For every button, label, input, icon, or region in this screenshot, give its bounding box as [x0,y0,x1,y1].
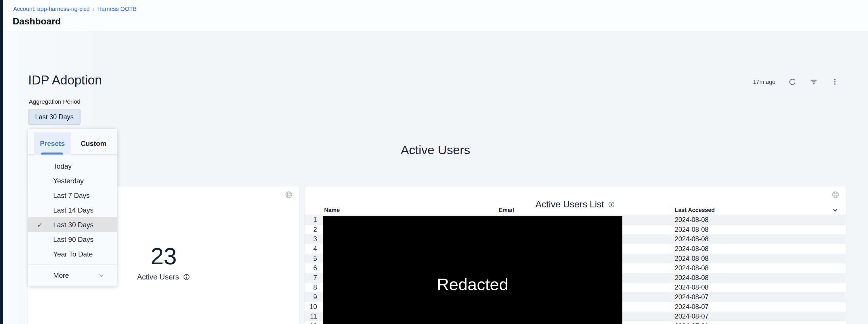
globe-icon [285,191,293,199]
redacted-label: Redacted [437,275,508,294]
preset-list: Today Yesterday Last 7 Days Last 14 Days… [28,154,117,261]
dashboard-title: IDP Adoption [28,73,102,87]
name-column-header[interactable]: Name [320,205,495,215]
kebab-menu-icon[interactable] [831,78,839,86]
row-number-header [305,205,320,215]
more-label: More [53,272,69,280]
period-dropdown: Presets Custom Today Yesterday Last 7 Da… [28,129,117,286]
last-accessed-header-label: Last Accessed [675,207,715,213]
dropdown-tabs: Presets Custom [28,129,117,154]
refresh-icon[interactable] [788,78,797,86]
header-end-divider [844,207,844,214]
preset-item-last-14-days[interactable]: Last 14 Days [28,203,117,217]
chevron-down-icon[interactable] [832,207,838,213]
dashboard-canvas: IDP Adoption 17m ago Aggregation Period … [3,31,868,324]
dashboard-controls: 17m ago [753,78,839,86]
preset-item-yesterday[interactable]: Yesterday [28,174,117,188]
globe-icon [832,191,839,199]
checkmark-icon: ✓ [37,220,43,229]
preset-item-year-to-date[interactable]: Year To Date [28,247,117,261]
tab-custom[interactable]: Custom [78,133,109,154]
breadcrumb: Account: app-harness-ng-cicd › Harness O… [13,6,136,12]
tab-presets-label: Presets [40,140,65,148]
last-refreshed-text: 17m ago [753,79,775,85]
email-column-header[interactable]: Email [495,205,671,215]
active-users-label: Active Users [137,273,179,282]
active-tab-underline [41,152,63,154]
info-icon[interactable] [183,274,190,281]
more-button[interactable]: More [28,264,117,286]
breadcrumb-current-link[interactable]: Harness OOTB [97,6,136,12]
redacted-data-overlay: Redacted [323,216,622,324]
top-header: Account: app-harness-ng-cicd › Harness O… [3,0,868,31]
table-header-row: Name Email Last Accessed [305,205,846,215]
filter-icon[interactable] [809,78,818,86]
active-users-section-heading: Active Users [3,143,868,157]
last-accessed-column-header[interactable]: Last Accessed [671,205,846,215]
breadcrumb-separator-icon: › [93,6,95,12]
chevron-down-icon [98,272,105,279]
preset-item-today[interactable]: Today [28,159,117,174]
preset-item-last-30-days[interactable]: ✓ Last 30 Days [28,217,117,232]
collapsed-sidebar-strip[interactable] [0,0,3,324]
page-title: Dashboard [13,16,61,27]
aggregation-period-label: Aggregation Period [29,98,81,105]
preset-item-last-90-days[interactable]: Last 90 Days [28,232,117,247]
breadcrumb-account-link[interactable]: Account: app-harness-ng-cicd [13,6,90,12]
preset-item-last-7-days[interactable]: Last 7 Days [28,188,117,203]
preset-item-label: Last 30 Days [53,221,93,229]
tab-presets[interactable]: Presets [34,133,71,154]
aggregation-period-button[interactable]: Last 30 Days [28,109,81,125]
